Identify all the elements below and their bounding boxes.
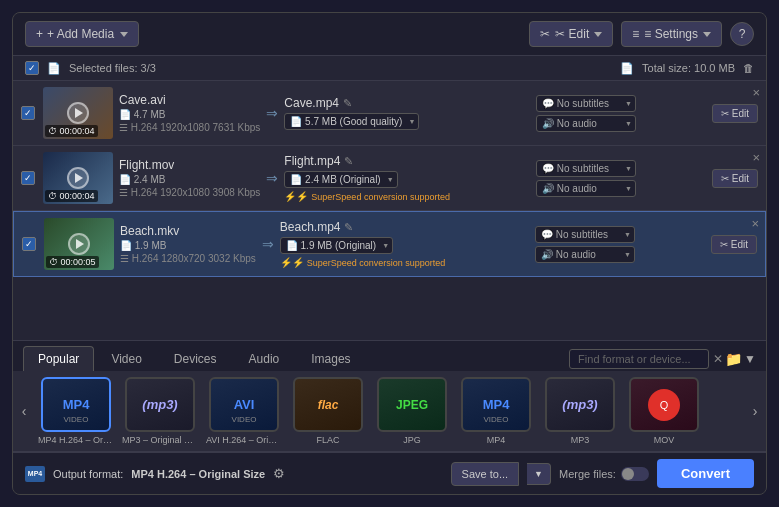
tab-video[interactable]: Video	[96, 346, 156, 371]
edit-dropdown-arrow	[594, 32, 602, 37]
format-card-mp4b[interactable]: MP4 VIDEO MP4	[457, 377, 535, 445]
save-to-dropdown-button[interactable]: ▼	[527, 463, 551, 485]
output-format-icon: MP4	[25, 466, 45, 482]
merge-area: Merge files:	[559, 467, 649, 481]
output-format-value: MP4 H.264 – Original Size	[131, 468, 265, 480]
format-card-mp3b[interactable]: (mp3) MP3	[541, 377, 619, 445]
flight-superspeed-badge: ⚡⚡ SuperSpeed conversion supported	[284, 191, 530, 202]
cave-output-info: Cave.mp4 ✎ 📄 5.7 MB (Good quality)	[284, 96, 530, 130]
beach-checkbox[interactable]	[22, 237, 36, 251]
jpeg-label: JPG	[374, 435, 450, 445]
edit-button[interactable]: ✂ ✂ Edit	[529, 21, 613, 47]
tab-devices[interactable]: Devices	[159, 346, 232, 371]
flight-output-info: Flight.mp4 ✎ 📄 2.4 MB (Original) ⚡⚡ Supe…	[284, 154, 530, 202]
format-card-mp4-orig[interactable]: MP4 VIDEO MP4 H.264 – Origi...	[37, 377, 115, 445]
flight-quality-select[interactable]: 📄 2.4 MB (Original)	[284, 171, 397, 188]
beach-filename: Beach.mkv	[120, 224, 256, 238]
mp3b-tag: (mp3)	[562, 398, 597, 411]
flight-audio-select[interactable]: 🔊 No audio	[536, 180, 636, 197]
format-prev-button[interactable]: ‹	[13, 400, 35, 422]
cave-close-icon[interactable]: ×	[752, 86, 760, 99]
beach-close-icon[interactable]: ×	[751, 217, 759, 230]
beach-audio-select[interactable]: 🔊 No audio	[535, 246, 635, 263]
question-icon: ?	[739, 27, 746, 41]
flight-subtitles-select[interactable]: 💬 No subtitles	[536, 160, 636, 177]
cave-subtitles-select[interactable]: 💬 No subtitles	[536, 95, 636, 112]
expand-arrow-icon[interactable]: ▼	[744, 352, 756, 366]
beach-edit-name-icon[interactable]: ✎	[344, 221, 353, 234]
save-to-button[interactable]: Save to...	[451, 462, 519, 486]
flight-audio-wrapper: 🔊 No audio	[536, 180, 636, 197]
convert-button[interactable]: Convert	[657, 459, 754, 488]
beach-quality-select[interactable]: 📄 1.9 MB (Original)	[280, 237, 393, 254]
format-card-mp3[interactable]: (mp3) MP3 – Original Bitr...	[121, 377, 199, 445]
flight-sub-audio: 💬 No subtitles 🔊 No audio	[536, 160, 706, 197]
convert-arrow-beach: ⇒	[262, 236, 274, 252]
folder-icon[interactable]: 📁	[725, 351, 742, 367]
delete-icon[interactable]: 🗑	[743, 62, 754, 74]
flight-duration: ⏱ 00:00:04	[45, 190, 98, 202]
superspeed-icon: ⚡⚡	[284, 191, 308, 202]
cave-sub-audio: 💬 No subtitles 🔊 No audio	[536, 95, 706, 132]
cave-play-button[interactable]	[67, 102, 89, 124]
select-all-checkbox[interactable]	[25, 61, 39, 75]
jpeg-icon: JPEG	[377, 377, 447, 432]
tab-audio[interactable]: Audio	[234, 346, 295, 371]
beach-superspeed-icon: ⚡⚡	[280, 257, 304, 268]
merge-label: Merge files:	[559, 468, 616, 480]
settings-button[interactable]: ≡ ≡ Settings	[621, 21, 722, 47]
flight-play-button[interactable]	[67, 167, 89, 189]
flac-tag: flac	[318, 399, 339, 411]
add-media-button[interactable]: + + Add Media	[25, 21, 139, 47]
beach-edit-button[interactable]: ✂ Edit	[711, 235, 757, 254]
format-grid: MP4 VIDEO MP4 H.264 – Origi... (mp3) MP3…	[37, 377, 742, 445]
beach-subtitles-select[interactable]: 💬 No subtitles	[535, 226, 635, 243]
file-icon: 📄	[47, 62, 61, 75]
beach-output-info: Beach.mp4 ✎ 📄 1.9 MB (Original) ⚡⚡ Super…	[280, 220, 529, 268]
cave-thumbnail[interactable]: ⏱ 00:00:04	[43, 87, 113, 139]
clear-search-icon[interactable]: ✕	[713, 352, 723, 366]
flight-thumbnail[interactable]: ⏱ 00:00:04	[43, 152, 113, 204]
flac-icon: flac	[293, 377, 363, 432]
tab-popular[interactable]: Popular	[23, 346, 94, 371]
cave-edit-button[interactable]: ✂ Edit	[712, 104, 758, 123]
beach-audio-wrapper: 🔊 No audio	[535, 246, 635, 263]
format-card-avi[interactable]: AVI VIDEO AVI H.264 – Origi...	[205, 377, 283, 445]
format-card-mov[interactable]: Q MOV	[625, 377, 703, 445]
mp4b-icon: MP4 VIDEO	[461, 377, 531, 432]
menu-icon: ≡	[632, 27, 639, 41]
flight-filesize: 📄 2.4 MB	[119, 174, 260, 185]
settings-dropdown-arrow	[703, 32, 711, 37]
flight-quality-wrapper: 📄 2.4 MB (Original)	[284, 171, 397, 188]
format-search-input[interactable]	[569, 349, 709, 369]
beach-play-button[interactable]	[68, 233, 90, 255]
flight-close-icon[interactable]: ×	[752, 151, 760, 164]
file-item-cave: ⏱ 00:00:04 Cave.avi 📄 4.7 MB ☰ H.264 192…	[13, 81, 766, 146]
cave-audio-select[interactable]: 🔊 No audio	[536, 115, 636, 132]
mp3-icon: (mp3)	[125, 377, 195, 432]
merge-toggle[interactable]	[621, 467, 649, 481]
cave-edit-name-icon[interactable]: ✎	[343, 97, 352, 110]
beach-thumbnail[interactable]: ⏱ 00:00:05	[44, 218, 114, 270]
format-card-jpeg[interactable]: JPEG JPG	[373, 377, 451, 445]
beach-quality-wrapper: 📄 1.9 MB (Original)	[280, 237, 393, 254]
cave-quality-select[interactable]: 📄 5.7 MB (Good quality)	[284, 113, 419, 130]
flight-output-name: Flight.mp4	[284, 154, 340, 168]
bottom-bar: MP4 Output format: MP4 H.264 – Original …	[13, 452, 766, 494]
beach-resolution: ☰ H.264 1280x720 3032 Kbps	[120, 253, 256, 264]
cave-resolution: ☰ H.264 1920x1080 7631 Kbps	[119, 122, 260, 133]
cave-checkbox[interactable]	[21, 106, 35, 120]
selected-files-label: Selected files: 3/3	[69, 62, 156, 74]
format-next-button[interactable]: ›	[744, 400, 766, 422]
mp3-tag: (mp3)	[142, 398, 177, 411]
flight-edit-button[interactable]: ✂ Edit	[712, 169, 758, 188]
help-button[interactable]: ?	[730, 22, 754, 46]
flight-edit-name-icon[interactable]: ✎	[344, 155, 353, 168]
format-card-flac[interactable]: flac FLAC	[289, 377, 367, 445]
flight-checkbox[interactable]	[21, 171, 35, 185]
cave-duration: ⏱ 00:00:04	[45, 125, 98, 137]
output-settings-gear-icon[interactable]: ⚙	[273, 466, 285, 481]
avi-sub: VIDEO	[232, 415, 257, 424]
mp4-orig-label: MP4 H.264 – Origi...	[38, 435, 114, 445]
tab-images[interactable]: Images	[296, 346, 365, 371]
